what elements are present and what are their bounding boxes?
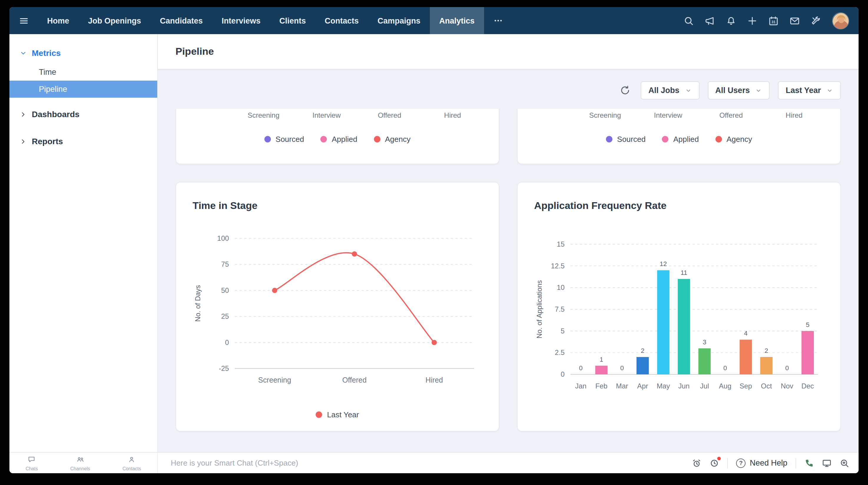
- help-icon: ?: [736, 458, 745, 467]
- filter-row: All JobsAll UsersLast Year: [176, 69, 841, 109]
- chart-legend: SourcedAppliedAgency: [518, 135, 840, 143]
- sidebar-item-pipeline[interactable]: Pipeline: [9, 80, 157, 98]
- nav-more-button[interactable]: [484, 7, 512, 34]
- avatar[interactable]: [832, 12, 849, 29]
- legend-dot: [606, 136, 613, 142]
- dashboard-scroll-area[interactable]: ScreeningInterviewOfferedHiredSourcedApp…: [176, 109, 841, 452]
- dock-chats[interactable]: Chats: [26, 455, 38, 471]
- svg-text:0: 0: [723, 364, 727, 371]
- svg-text:3: 3: [703, 338, 706, 346]
- contact-icon: [128, 455, 135, 465]
- sidebar-section-reports[interactable]: Reports: [9, 131, 157, 152]
- mail-icon[interactable]: [790, 15, 800, 26]
- history-icon[interactable]: [710, 458, 719, 467]
- screen-share-icon[interactable]: [822, 458, 832, 467]
- chart-title: Application Frequency Rate: [534, 200, 825, 212]
- nav-item-job-openings[interactable]: Job Openings: [79, 7, 151, 34]
- top-nav: HomeJob OpeningsCandidatesInterviewsClie…: [9, 7, 859, 34]
- nav-item-interviews[interactable]: Interviews: [212, 7, 270, 34]
- bell-icon[interactable]: [726, 15, 736, 26]
- svg-text:4: 4: [744, 329, 748, 337]
- bottom-bar: ChatsChannelsContacts ?Need Help: [9, 452, 859, 473]
- chart-legend: SourcedAppliedAgency: [176, 135, 499, 143]
- nav-item-clients[interactable]: Clients: [270, 7, 315, 34]
- tools-icon[interactable]: [811, 15, 821, 26]
- calendar-icon[interactable]: 31: [769, 15, 778, 26]
- svg-text:0: 0: [620, 364, 624, 371]
- nav-items: HomeJob OpeningsCandidatesInterviewsClie…: [38, 7, 484, 34]
- svg-text:Feb: Feb: [595, 382, 608, 390]
- svg-text:15: 15: [557, 240, 565, 248]
- sidebar-section-dashboards[interactable]: Dashboards: [9, 104, 157, 125]
- legend-item-last-year: Last Year: [316, 410, 359, 419]
- nav-item-analytics[interactable]: Analytics: [430, 7, 484, 34]
- svg-text:1: 1: [599, 356, 603, 363]
- last-year-dropdown[interactable]: Last Year: [778, 81, 841, 99]
- zoom-icon[interactable]: [840, 458, 849, 467]
- megaphone-icon[interactable]: [705, 15, 715, 26]
- dock-label: Chats: [26, 466, 38, 471]
- caret-down-icon: [826, 87, 833, 94]
- need-help-button[interactable]: ?Need Help: [736, 458, 787, 467]
- all-jobs-dropdown[interactable]: All Jobs: [641, 81, 699, 99]
- application-frequency-rate-card: Application Frequency Rate02.557.51012.5…: [517, 182, 841, 431]
- all-users-dropdown[interactable]: All Users: [708, 81, 770, 99]
- sidebar-section-metrics[interactable]: Metrics: [9, 42, 157, 64]
- app-body: MetricsTimePipelineDashboardsReports Pip…: [9, 34, 859, 452]
- notification-badge: [717, 456, 721, 460]
- svg-text:Jun: Jun: [678, 382, 689, 390]
- legend-dot: [321, 136, 327, 142]
- phone-icon[interactable]: [804, 458, 814, 467]
- search-icon[interactable]: [684, 15, 694, 26]
- svg-text:Oct: Oct: [761, 382, 772, 390]
- nav-icon-row: 31: [684, 15, 821, 26]
- plus-icon[interactable]: [747, 15, 757, 26]
- refresh-icon[interactable]: [620, 85, 630, 95]
- svg-text:2: 2: [641, 347, 645, 354]
- legend-label: Sourced: [276, 135, 304, 143]
- dropdown-value: Last Year: [785, 86, 821, 95]
- legend-dot: [265, 136, 271, 142]
- legend-label: Last Year: [327, 410, 359, 419]
- x-axis-label: Offered: [700, 111, 763, 120]
- legend-label: Applied: [673, 135, 699, 143]
- legend-item-applied: Applied: [321, 135, 358, 143]
- legend-dot: [715, 136, 722, 142]
- x-axis-label: Hired: [763, 111, 826, 120]
- dock-channels[interactable]: Channels: [70, 455, 90, 471]
- svg-text:Sep: Sep: [740, 382, 752, 390]
- partial-cards-row: ScreeningInterviewOfferedHiredSourcedApp…: [176, 109, 841, 164]
- chart-legend: Last Year: [191, 408, 484, 419]
- dock-tools: ChatsChannelsContacts: [9, 453, 158, 473]
- x-axis-label: Interview: [295, 111, 358, 120]
- svg-text:12: 12: [660, 260, 667, 267]
- legend-item-agency: Agency: [715, 135, 752, 143]
- legend-dot: [662, 136, 669, 142]
- svg-text:50: 50: [221, 286, 229, 294]
- need-help-label: Need Help: [750, 458, 787, 467]
- sidebar-item-time[interactable]: Time: [9, 64, 157, 80]
- chevron-down-icon: [20, 50, 27, 56]
- channels-icon: [76, 455, 84, 465]
- svg-text:12.5: 12.5: [551, 262, 565, 269]
- hamburger-menu-icon[interactable]: [9, 7, 38, 34]
- nav-item-candidates[interactable]: Candidates: [151, 7, 212, 34]
- svg-text:Offered: Offered: [342, 376, 367, 384]
- divider: [727, 458, 728, 468]
- dock-contacts[interactable]: Contacts: [123, 455, 141, 471]
- svg-text:5: 5: [561, 327, 564, 334]
- svg-text:100: 100: [217, 234, 229, 242]
- svg-text:0: 0: [785, 364, 789, 371]
- svg-text:75: 75: [221, 260, 229, 268]
- svg-text:0: 0: [579, 364, 582, 371]
- nav-item-home[interactable]: Home: [38, 7, 79, 34]
- smart-chat-input[interactable]: [171, 458, 692, 467]
- svg-text:2: 2: [765, 347, 768, 354]
- x-axis-label: Hired: [421, 111, 484, 120]
- legend-item-sourced: Sourced: [265, 135, 304, 143]
- nav-item-campaigns[interactable]: Campaigns: [368, 7, 430, 34]
- nav-item-contacts[interactable]: Contacts: [315, 7, 368, 34]
- legend-label: Sourced: [617, 135, 646, 143]
- smart-chat: [158, 458, 692, 467]
- alarm-icon[interactable]: [692, 458, 701, 467]
